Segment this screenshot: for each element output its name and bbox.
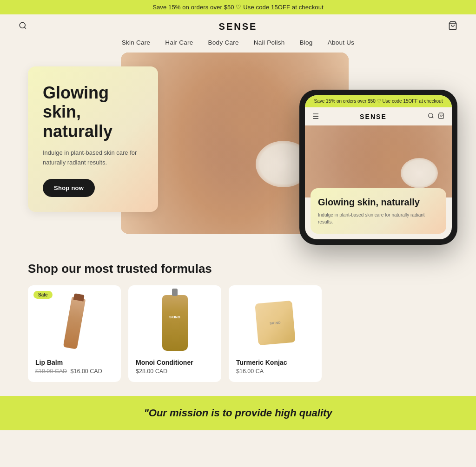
product-image-conditioner — [136, 293, 214, 353]
products-section: Shop our most trusted formulas Sale Lip … — [0, 252, 476, 396]
lip-balm-tube-icon — [63, 296, 86, 349]
hero-heading: Glowing skin, naturally — [43, 83, 143, 141]
phone-logo: SENSE — [360, 113, 387, 120]
nav-body-care[interactable]: Body Care — [208, 39, 239, 46]
product-image-konjac — [236, 293, 314, 353]
mission-text: "Our mission is to provide high quality — [28, 407, 448, 419]
main-nav: Skin Care Hair Care Body Care Nail Polis… — [0, 39, 476, 53]
product-name-konjac: Turmeric Konjac — [236, 359, 314, 366]
products-grid: Sale Lip Balm $19.00 CAD $16.00 CAD Mono… — [28, 285, 448, 382]
nav-blog[interactable]: Blog — [300, 39, 313, 46]
product-name-lip-balm: Lip Balm — [35, 359, 113, 366]
phone-hero-image — [305, 125, 452, 197]
svg-line-4 — [432, 117, 434, 118]
phone-screen: Save 15% on orders over $50 ♡ Use code 1… — [305, 95, 452, 239]
nav-about-us[interactable]: About Us — [328, 39, 355, 46]
header-left — [19, 21, 27, 32]
phone-header-icons — [428, 112, 444, 120]
product-card-konjac[interactable]: Turmeric Konjac $16.00 CA — [229, 285, 322, 382]
svg-point-3 — [429, 113, 433, 118]
mission-section: "Our mission is to provide high quality — [0, 396, 476, 430]
phone-cart-icon[interactable] — [438, 112, 444, 120]
nav-hair-care[interactable]: Hair Care — [165, 39, 193, 46]
phone-header: ☰ SENSE — [305, 107, 452, 125]
phone-announcement-bar: Save 15% on orders over $50 ♡ Use code 1… — [305, 95, 452, 107]
conditioner-bottle-icon — [162, 295, 188, 351]
shop-now-button[interactable]: Shop now — [43, 179, 95, 197]
konjac-box-icon — [255, 301, 296, 346]
phone-cream-blob — [401, 158, 438, 188]
phone-search-icon[interactable] — [428, 112, 434, 120]
hero-subtext: Indulge in plant-based skin care for nat… — [43, 148, 143, 168]
product-price-lip-balm: $19.00 CAD $16.00 CAD — [35, 368, 113, 375]
product-card-conditioner[interactable]: Monoi Conditioner $28.00 CAD — [128, 285, 221, 382]
product-sale-price: $16.00 CAD — [71, 368, 102, 375]
nav-nail-polish[interactable]: Nail Polish — [254, 39, 285, 46]
site-logo[interactable]: SENSE — [219, 21, 258, 32]
announcement-text: Save 15% on orders over $50 ♡ Use code 1… — [152, 4, 324, 11]
hero-section: Glowing skin, naturally Indulge in plant… — [0, 53, 476, 252]
cart-icon[interactable] — [448, 21, 457, 33]
phone-hero-heading: Glowing skin, naturally — [318, 197, 439, 208]
product-price-conditioner: $28.00 CAD — [136, 368, 214, 375]
announcement-bar: Save 15% on orders over $50 ♡ Use code 1… — [0, 0, 476, 14]
svg-line-1 — [24, 27, 26, 28]
hero-container: Glowing skin, naturally Indulge in plant… — [28, 53, 448, 234]
phone-hero-card: Glowing skin, naturally Indulge in plant… — [311, 188, 446, 234]
sale-badge: Sale — [33, 291, 53, 299]
phone-mockup: Save 15% on orders over $50 ♡ Use code 1… — [299, 90, 457, 245]
hero-card: Glowing skin, naturally Indulge in plant… — [28, 66, 158, 212]
svg-point-0 — [20, 22, 25, 28]
header: SENSE — [0, 14, 476, 39]
products-section-title: Shop our most trusted formulas — [28, 262, 448, 276]
search-icon[interactable] — [19, 21, 27, 32]
phone-hamburger-icon[interactable]: ☰ — [312, 112, 319, 121]
header-right — [448, 21, 457, 33]
nav-skin-care[interactable]: Skin Care — [122, 39, 151, 46]
product-price-konjac: $16.00 CA — [236, 368, 314, 375]
product-name-conditioner: Monoi Conditioner — [136, 359, 214, 366]
product-original-price: $19.00 CAD — [35, 368, 67, 375]
product-image-lip-balm — [35, 293, 113, 353]
phone-hero-subtext: Indulge in plant-based skin care for nat… — [318, 211, 439, 225]
product-card-lip-balm[interactable]: Sale Lip Balm $19.00 CAD $16.00 CAD — [28, 285, 121, 382]
